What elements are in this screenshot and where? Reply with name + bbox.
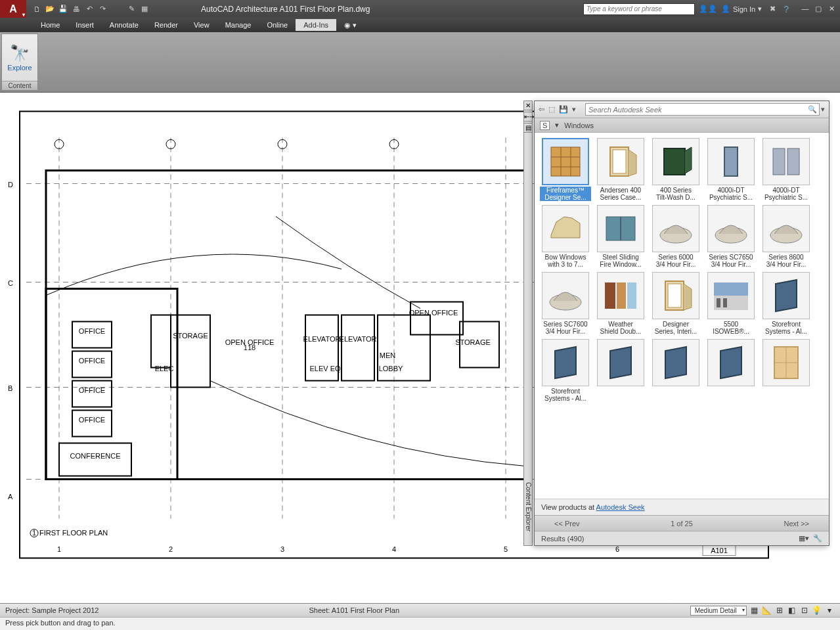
menu-annotate[interactable]: Annotate xyxy=(102,19,146,31)
thumbnail-label: Fireframes™Designer Se... xyxy=(540,187,591,201)
command-line[interactable]: Press pick button and drag to pan. xyxy=(0,617,840,630)
thumbnail-item[interactable] xyxy=(761,339,812,402)
undo-icon[interactable]: ↶ xyxy=(84,4,95,14)
svg-text:ELEV EQ: ELEV EQ xyxy=(309,365,341,372)
panel-title-vertical[interactable]: Content Explorer xyxy=(523,101,533,546)
infocenter-icon[interactable]: 👤👤 xyxy=(699,5,717,13)
signin-button[interactable]: 👤 Sign In ▾ xyxy=(721,5,762,13)
svg-rect-81 xyxy=(668,284,681,307)
thumbnail-label: Series SC76003/4 Hour Fir... xyxy=(540,321,591,335)
thumbnail-item[interactable]: Steel SlidingFire Window... xyxy=(595,205,646,268)
source-icon[interactable]: S xyxy=(540,121,550,130)
crumb-item[interactable]: Windows xyxy=(564,122,594,129)
thumbnail-item[interactable]: DesignerSeries, Interi... xyxy=(650,272,701,335)
thumbnail-item[interactable]: 4000i-DTPsychiatric S... xyxy=(705,138,757,201)
app-logo[interactable]: A xyxy=(0,0,26,18)
detail-dropdown[interactable]: Medium Detail xyxy=(690,606,747,616)
thumbnail-label xyxy=(595,388,646,395)
thumbnail-item[interactable]: StorefrontSystems - Al... xyxy=(540,339,591,402)
next-button[interactable]: Next >> xyxy=(784,520,809,528)
thumbnail-item[interactable]: Series SC76503/4 Hour Fir... xyxy=(705,205,757,268)
settings-icon[interactable]: 🔧 xyxy=(813,534,822,542)
svg-text:OFFICE: OFFICE xyxy=(79,416,105,424)
svg-text:OFFICE: OFFICE xyxy=(79,327,105,335)
thumbnail-item[interactable]: Andersen 400Series Case... xyxy=(595,138,646,201)
thumbnail-item[interactable] xyxy=(595,339,646,402)
svg-text:A: A xyxy=(8,493,13,501)
thumbnail-image xyxy=(707,138,755,185)
status-icon[interactable]: 📐 xyxy=(762,605,772,616)
workspace-switcher[interactable]: ◉ ▾ xyxy=(336,19,365,32)
menu-manage[interactable]: Manage xyxy=(217,19,259,31)
back-icon[interactable]: ⇦ xyxy=(539,105,544,114)
menu-insert[interactable]: Insert xyxy=(68,19,102,31)
thumbnail-item[interactable]: 4000i-DTPsychiatric S... xyxy=(761,138,812,201)
up-icon[interactable]: ⬚ xyxy=(548,105,555,114)
thumbnail-item[interactable]: StorefrontSystems - Al... xyxy=(761,272,812,335)
menu-online[interactable]: Online xyxy=(259,19,296,31)
svg-text:C: C xyxy=(8,279,13,287)
thumbnail-item[interactable]: 400 SeriesTilt-Wash D... xyxy=(650,138,701,201)
print-icon[interactable]: 🖶 xyxy=(71,4,81,14)
menu-add-ins[interactable]: Add-Ins xyxy=(296,19,336,31)
panel-close-icon[interactable]: ✕ xyxy=(523,101,533,110)
thumbnail-item[interactable]: Series 86003/4 Hour Fir... xyxy=(761,205,812,268)
seek-search-input[interactable] xyxy=(585,103,820,116)
svg-text:CONFERENCE: CONFERENCE xyxy=(70,452,120,460)
thumbnail-item[interactable] xyxy=(650,339,701,402)
view-options-icon[interactable]: ▦▾ xyxy=(799,534,809,542)
svg-text:1: 1 xyxy=(32,529,36,537)
menu-home[interactable]: Home xyxy=(33,19,68,31)
menu-view[interactable]: View xyxy=(186,19,217,31)
svg-text:1: 1 xyxy=(57,545,61,553)
thumbnail-item[interactable]: Series SC76003/4 Hour Fir... xyxy=(540,272,591,335)
thumbnail-item[interactable]: Series 60003/4 Hour Fir... xyxy=(650,205,701,268)
thumbnail-item[interactable]: Bow Windowswith 3 to 7... xyxy=(540,205,591,268)
status-icon[interactable]: 💡 xyxy=(812,605,822,616)
panel-pin-icon[interactable]: ⇤⇥ xyxy=(523,112,533,122)
open-icon[interactable]: 📂 xyxy=(45,4,55,14)
save-search-icon[interactable]: 💾 xyxy=(559,105,568,114)
search-icon[interactable]: 🔍 xyxy=(808,105,817,114)
thumbnail-item[interactable]: WeatherShield Doub... xyxy=(595,272,646,335)
svg-rect-77 xyxy=(605,282,615,309)
search-drop-icon[interactable]: ▾ xyxy=(821,105,825,114)
save-icon[interactable]: 💾 xyxy=(58,4,68,14)
explore-button[interactable]: 🔭 Explore xyxy=(2,34,37,81)
dropdown-icon[interactable]: ▾ xyxy=(572,105,576,114)
exchange-icon[interactable]: ✖ xyxy=(770,5,776,13)
thumbnail-label xyxy=(761,388,812,395)
binoculars-icon: 🔭 xyxy=(10,44,30,62)
prev-button[interactable]: << Prev xyxy=(554,520,580,528)
panel-menu-icon[interactable]: ▤ xyxy=(523,123,533,133)
status-icon[interactable]: ▦ xyxy=(749,605,760,616)
minimize-button[interactable]: — xyxy=(799,5,811,14)
thumbnail-item[interactable] xyxy=(705,339,757,402)
menubar: HomeInsertAnnotateRenderViewManageOnline… xyxy=(0,18,840,32)
thumbnail-item[interactable]: Fireframes™Designer Se... xyxy=(540,138,591,201)
new-icon[interactable]: 🗋 xyxy=(32,4,42,14)
panel-grid[interactable]: Fireframes™Designer Se...Andersen 400Ser… xyxy=(535,133,829,499)
status-icon[interactable]: ⊡ xyxy=(799,605,810,616)
svg-text:5: 5 xyxy=(504,545,508,553)
status-icon[interactable]: ◧ xyxy=(787,605,797,616)
quick-access-toolbar: 🗋 📂 💾 🖶 ↶ ↷ ✎ ▦ xyxy=(26,4,155,14)
close-button[interactable]: ✕ xyxy=(826,5,837,14)
thumbnail-image xyxy=(707,205,755,252)
svg-text:ELEC: ELEC xyxy=(155,365,174,372)
svg-rect-68 xyxy=(724,147,738,176)
autodesk-seek-link[interactable]: Autodesk Seek xyxy=(596,503,645,511)
thumbnail-item[interactable]: 5500ISOWEB®... xyxy=(705,272,757,335)
help-icon[interactable]: ? xyxy=(784,4,789,14)
thumbnail-label: StorefrontSystems - Al... xyxy=(761,321,812,335)
redo-icon[interactable]: ↷ xyxy=(97,4,108,14)
status-icon[interactable]: ▾ xyxy=(824,605,835,616)
maximize-button[interactable]: ▢ xyxy=(812,5,824,14)
status-icon[interactable]: ⊞ xyxy=(774,605,785,616)
menu-render[interactable]: Render xyxy=(146,19,186,31)
tool2-icon[interactable]: ▦ xyxy=(139,4,150,14)
thumbnail-label: Series SC76503/4 Hour Fir... xyxy=(705,254,757,268)
help-search-input[interactable] xyxy=(583,3,695,15)
ribbon: 🔭 Explore Content xyxy=(0,32,840,93)
tool-icon[interactable]: ✎ xyxy=(126,4,137,14)
